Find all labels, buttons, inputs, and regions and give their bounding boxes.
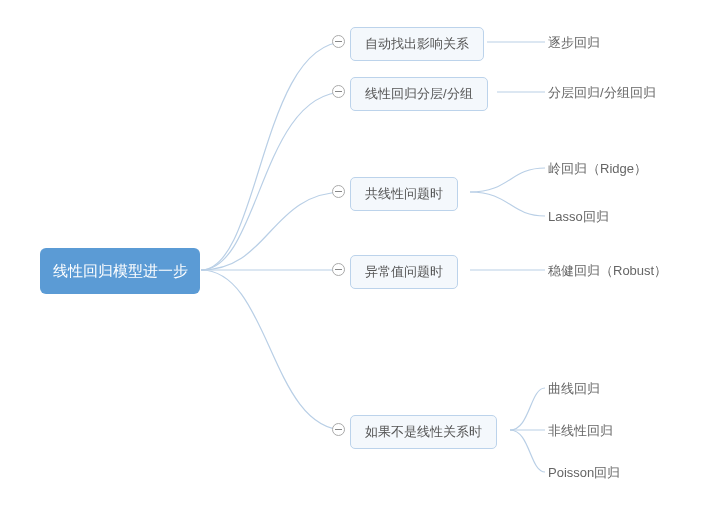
leaf-label: 非线性回归 (548, 422, 613, 440)
leaf-node-l1a[interactable]: 逐步回归 (548, 34, 600, 52)
leaf-label: 稳健回归（Robust） (548, 262, 667, 280)
collapse-toggle-b5[interactable] (332, 423, 345, 436)
collapse-toggle-b3[interactable] (332, 185, 345, 198)
branch-node-b3[interactable]: 共线性问题时 (350, 177, 458, 211)
branch-node-b5[interactable]: 如果不是线性关系时 (350, 415, 497, 449)
leaf-label: Lasso回归 (548, 208, 609, 226)
branch-label: 线性回归分层/分组 (365, 85, 473, 103)
leaf-node-l4a[interactable]: 稳健回归（Robust） (548, 262, 667, 280)
leaf-node-l2a[interactable]: 分层回归/分组回归 (548, 84, 656, 102)
leaf-node-l5c[interactable]: Poisson回归 (548, 464, 620, 482)
root-label: 线性回归模型进一步 (53, 262, 188, 281)
mindmap-canvas: 线性回归模型进一步 自动找出影响关系 逐步回归 线性回归分层/分组 分层回归/分… (0, 0, 720, 515)
collapse-toggle-b2[interactable] (332, 85, 345, 98)
leaf-node-l5b[interactable]: 非线性回归 (548, 422, 613, 440)
collapse-toggle-b4[interactable] (332, 263, 345, 276)
leaf-node-l3a[interactable]: 岭回归（Ridge） (548, 160, 647, 178)
leaf-label: 分层回归/分组回归 (548, 84, 656, 102)
branch-label: 自动找出影响关系 (365, 35, 469, 53)
leaf-node-l3b[interactable]: Lasso回归 (548, 208, 609, 226)
branch-node-b1[interactable]: 自动找出影响关系 (350, 27, 484, 61)
leaf-node-l5a[interactable]: 曲线回归 (548, 380, 600, 398)
leaf-label: 岭回归（Ridge） (548, 160, 647, 178)
leaf-label: 逐步回归 (548, 34, 600, 52)
branch-label: 异常值问题时 (365, 263, 443, 281)
branch-label: 共线性问题时 (365, 185, 443, 203)
collapse-toggle-b1[interactable] (332, 35, 345, 48)
branch-label: 如果不是线性关系时 (365, 423, 482, 441)
branch-node-b4[interactable]: 异常值问题时 (350, 255, 458, 289)
leaf-label: 曲线回归 (548, 380, 600, 398)
root-node[interactable]: 线性回归模型进一步 (40, 248, 200, 294)
branch-node-b2[interactable]: 线性回归分层/分组 (350, 77, 488, 111)
leaf-label: Poisson回归 (548, 464, 620, 482)
